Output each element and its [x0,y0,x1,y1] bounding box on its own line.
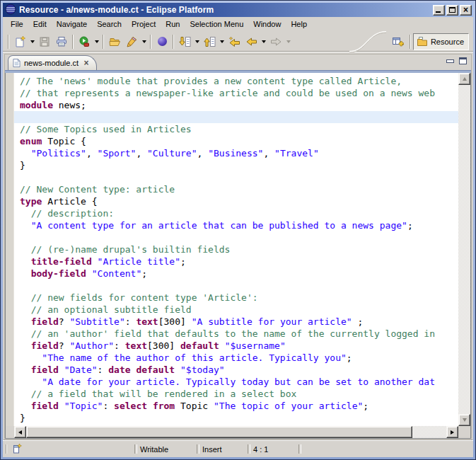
code-line[interactable]: // an 'author' field that defaults to th… [20,328,458,340]
next-annotation-dropdown[interactable] [193,33,201,50]
open-perspective-button[interactable] [389,33,407,50]
new-wizard-icon [14,35,26,47]
scroll-right-icon[interactable] [446,426,458,438]
code-line[interactable] [20,280,458,292]
scroll-down-icon[interactable] [458,414,470,426]
code-line[interactable]: } [20,159,458,171]
print-button[interactable] [53,33,70,50]
code-line[interactable]: type Article { [20,195,458,207]
last-edit-location-button[interactable] [226,33,243,50]
code-line[interactable]: field "Topic": select from Topic "The to… [20,400,458,412]
forward-button [267,33,284,50]
workspace: news-module.ct × // The 'news' module th… [3,52,473,440]
code-line[interactable] [14,111,458,123]
horizontal-scrollbar[interactable] [14,426,458,438]
open-perspective-icon [392,35,404,47]
back-dropdown[interactable] [260,33,267,50]
code-line[interactable]: field? "Subtitle": text[300] "A subtitle… [20,316,458,328]
code-line[interactable] [20,231,458,243]
menu-file[interactable]: File [6,18,28,30]
run-external-tools-button[interactable] [76,33,93,50]
code-line[interactable] [20,171,458,183]
code-line[interactable]: // a field that will be rendered in a se… [20,388,458,400]
maximize-editor-icon[interactable] [459,57,467,64]
code-line[interactable]: "A content type for an article that can … [20,219,458,231]
brush-dropdown[interactable] [140,33,148,50]
code-line[interactable]: enum Topic { [20,135,458,147]
code-line[interactable]: title-field "Article title"; [20,255,458,268]
horizontal-scroll-thumb[interactable] [26,426,412,438]
menu-project[interactable]: Project [127,18,161,30]
window-title: Resource - a/news-module.ct - Eclipse Pl… [19,5,430,15]
perspective-bar: Resource [389,33,470,50]
code-line[interactable]: field? "Author": text[300] default "$use… [20,340,458,352]
code-line[interactable]: // The 'news' module that provides a new… [20,75,458,87]
resource-folder-icon [417,36,428,47]
run-external-tools-dropdown[interactable] [93,33,100,50]
annotation-ruler [6,73,14,426]
back-button[interactable] [243,33,260,50]
open-folder-button[interactable] [106,33,123,50]
code-lines[interactable]: // The 'news' module that provides a new… [14,73,458,426]
brush-button[interactable] [123,33,140,50]
new-wizard-dropdown[interactable] [28,33,36,50]
code-line[interactable]: } [20,412,458,424]
print-icon [56,36,67,47]
menubar: File Edit Navigate Search Project Run Se… [3,17,473,31]
menu-navigate[interactable]: Navigate [52,18,92,30]
code-line[interactable]: // that represents a newspaper-like arti… [20,87,458,99]
previous-annotation-dropdown[interactable] [218,33,226,50]
perspective-resource-button[interactable]: Resource [413,33,469,50]
eclipse-logo-icon [5,4,16,16]
fast-view-icon[interactable] [11,443,23,456]
titlebar: Resource - a/news-module.ct - Eclipse Pl… [3,3,473,17]
forward-icon [270,36,282,47]
code-line[interactable]: // Some Topics used in Articles [20,123,458,135]
tab-close-icon[interactable]: × [82,58,91,68]
vertical-scrollbar[interactable] [458,73,470,426]
brush-icon [126,36,137,47]
menu-window[interactable]: Window [248,18,286,30]
code-line[interactable]: "A date for your article. Typically toda… [20,376,458,388]
main-toolbar: Resource [3,31,473,52]
close-icon[interactable]: × [460,5,472,16]
menu-edit[interactable]: Edit [28,18,52,30]
code-line[interactable]: field "Date": date default "$today" [20,364,458,376]
maximize-icon[interactable] [446,5,458,16]
status-cursor-position: 4 : 1 [248,442,298,456]
code-line[interactable]: "The name of the author of this article.… [20,352,458,364]
minimize-editor-icon[interactable] [446,59,454,63]
code-line[interactable]: module news; [20,99,458,111]
code-line[interactable]: // new fields for content type 'Article'… [20,292,458,304]
code-line[interactable]: // New Content type: article [20,183,458,195]
last-edit-location-icon [228,36,240,47]
menu-search[interactable]: Search [92,18,127,30]
minimize-icon[interactable] [433,5,445,16]
code-line[interactable]: // (re-)name drupal's builtin fields [20,243,458,255]
code-line[interactable]: // an optional subtitle field [20,304,458,316]
status-writable: Writable [134,442,197,456]
perspective-separator [410,35,411,49]
code-line[interactable]: body-field "Content"; [20,268,458,280]
menu-selection-menu[interactable]: Selection Menu [185,18,248,30]
scroll-left-icon[interactable] [14,426,26,438]
next-annotation-icon [179,36,191,47]
sphere-button[interactable] [153,33,170,50]
toolbar-handle [8,35,9,49]
menu-help[interactable]: Help [286,18,312,30]
code-editor: // The 'news' module that provides a new… [5,73,471,439]
editor-stack: news-module.ct × // The 'news' module th… [4,54,472,439]
code-line[interactable]: "Politics", "Sport", "Culture", "Busines… [20,147,458,159]
editor-tab-news-module[interactable]: news-module.ct × [8,55,97,70]
vertical-scroll-track[interactable] [458,85,470,414]
horizontal-scroll-track[interactable] [26,426,446,438]
next-annotation-button[interactable] [176,33,193,50]
toolbar-curve-divider [349,31,389,52]
back-icon [245,36,257,47]
document-icon [13,58,21,68]
scroll-up-icon[interactable] [458,73,470,85]
menu-run[interactable]: Run [161,18,185,30]
previous-annotation-button[interactable] [201,33,218,50]
code-line[interactable]: // description: [20,207,458,219]
new-wizard-button[interactable] [11,33,28,50]
